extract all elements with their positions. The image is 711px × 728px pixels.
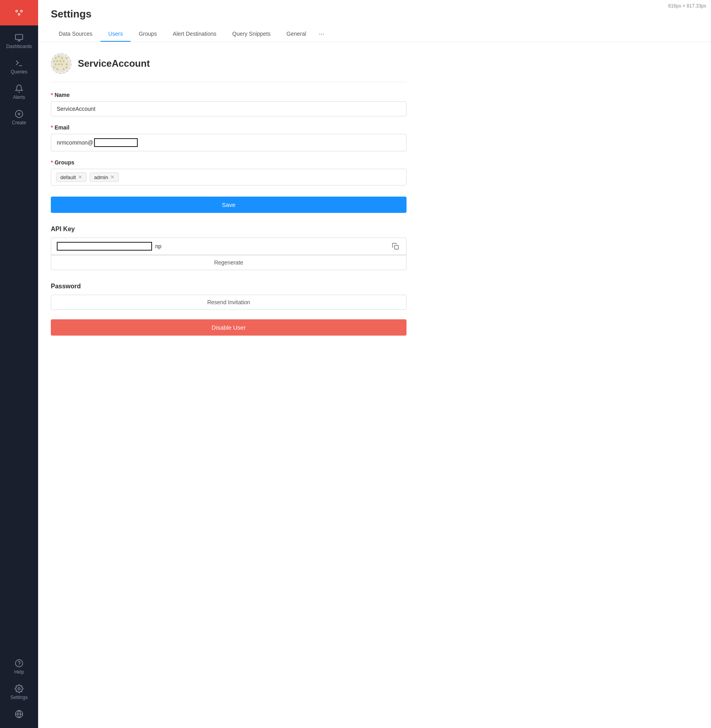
email-required-star: * <box>51 124 53 131</box>
name-required-star: * <box>51 92 53 98</box>
tab-alert-destinations[interactable]: Alert Destinations <box>165 27 224 42</box>
copy-icon <box>392 243 399 250</box>
groups-label: * Groups <box>51 159 407 166</box>
disable-user-button[interactable]: Disable User <box>51 319 407 336</box>
content-area: ServiceAccount * Name * Email nrmcommon@ <box>38 42 419 347</box>
svg-rect-7 <box>15 35 23 40</box>
avatar-pattern <box>52 55 70 72</box>
email-redact-box <box>94 138 138 147</box>
avatar <box>51 53 71 74</box>
svg-point-14 <box>15 660 23 667</box>
sidebar-item-alerts[interactable]: Alerts <box>0 79 38 105</box>
groups-required-star: * <box>51 159 53 166</box>
api-key-container: np <box>51 238 407 255</box>
user-name: ServiceAccount <box>78 58 150 69</box>
name-input[interactable] <box>51 101 407 116</box>
svg-point-31 <box>63 68 65 70</box>
svg-point-27 <box>61 64 63 66</box>
sidebar-item-settings[interactable]: Settings <box>0 680 38 705</box>
globe-icon <box>15 710 23 718</box>
page-header: Settings Data Sources Users Groups Alert… <box>38 0 711 42</box>
svg-point-23 <box>60 60 62 62</box>
svg-point-24 <box>63 60 65 62</box>
svg-point-29 <box>66 64 68 66</box>
svg-point-33 <box>66 67 68 69</box>
svg-point-22 <box>56 60 58 62</box>
name-form-group: * Name <box>51 92 407 116</box>
password-title: Password <box>51 283 407 290</box>
regenerate-button[interactable]: Regenerate <box>51 255 407 270</box>
sidebar-item-help[interactable]: Help <box>0 654 38 680</box>
sidebar-item-help-label: Help <box>14 669 24 675</box>
email-field-container[interactable]: nrmcommon@ <box>51 134 407 151</box>
redash-logo-icon <box>12 6 26 20</box>
svg-point-25 <box>55 64 57 66</box>
name-label: * Name <box>51 92 407 98</box>
api-key-redact-box <box>57 242 152 251</box>
terminal-icon <box>15 59 23 68</box>
tab-users[interactable]: Users <box>100 27 131 42</box>
sidebar-item-settings-label: Settings <box>10 695 27 700</box>
svg-point-28 <box>66 57 68 59</box>
api-key-title: API Key <box>51 226 407 233</box>
svg-rect-0 <box>12 6 26 20</box>
bell-icon <box>15 84 23 93</box>
tabs: Data Sources Users Groups Alert Destinat… <box>51 27 698 42</box>
svg-point-26 <box>58 64 60 66</box>
save-button[interactable]: Save <box>51 197 407 213</box>
sidebar-item-alerts-label: Alerts <box>13 95 25 100</box>
sidebar-bottom: Help Settings <box>0 654 38 728</box>
email-label: * Email <box>51 124 407 131</box>
sidebar-item-queries[interactable]: Queries <box>0 54 38 79</box>
group-tag-admin: admin ✕ <box>90 172 119 182</box>
tab-data-sources[interactable]: Data Sources <box>51 27 100 42</box>
groups-container[interactable]: default ✕ admin ✕ <box>51 169 407 185</box>
sidebar-item-create-label: Create <box>12 120 26 126</box>
svg-point-6 <box>19 14 20 15</box>
monitor-icon <box>15 33 23 42</box>
svg-point-5 <box>21 11 22 12</box>
svg-rect-34 <box>395 245 399 249</box>
plus-circle-icon <box>15 110 23 118</box>
svg-point-16 <box>18 687 20 690</box>
api-key-section: API Key np Regenerate <box>51 226 407 270</box>
gear-icon <box>15 684 23 693</box>
tab-query-snippets[interactable]: Query Snippets <box>224 27 279 42</box>
dimension-badge: 816px × 817.33px <box>668 3 706 9</box>
svg-point-19 <box>58 56 60 58</box>
groups-form-group: * Groups default ✕ admin ✕ <box>51 159 407 185</box>
page-title: Settings <box>51 8 698 20</box>
api-key-suffix: np <box>155 243 162 249</box>
svg-point-21 <box>53 60 55 62</box>
svg-point-20 <box>61 57 63 59</box>
tab-general[interactable]: General <box>279 27 314 42</box>
sidebar-item-dashboards[interactable]: Dashboards <box>0 29 38 54</box>
group-tag-default-remove[interactable]: ✕ <box>78 175 82 180</box>
sidebar-item-dashboards-label: Dashboards <box>6 44 32 49</box>
sidebar-logo[interactable] <box>0 0 38 25</box>
sidebar: Dashboards Queries Alerts Create <box>0 0 38 728</box>
svg-point-18 <box>55 57 57 59</box>
sidebar-item-community[interactable] <box>0 705 38 723</box>
main-content: 816px × 817.33px Settings Data Sources U… <box>38 0 711 728</box>
email-form-group: * Email nrmcommon@ <box>51 124 407 151</box>
svg-point-30 <box>56 68 58 70</box>
resend-invitation-button[interactable]: Resend Invitation <box>51 295 407 310</box>
user-header: ServiceAccount <box>51 53 407 82</box>
help-circle-icon <box>15 659 23 668</box>
svg-point-4 <box>16 11 17 12</box>
sidebar-item-create[interactable]: Create <box>0 105 38 130</box>
tab-more[interactable]: ··· <box>314 27 329 42</box>
svg-point-32 <box>53 67 55 69</box>
group-tag-admin-remove[interactable]: ✕ <box>110 175 114 180</box>
tab-groups[interactable]: Groups <box>131 27 165 42</box>
sidebar-item-queries-label: Queries <box>11 69 27 75</box>
password-section: Password Resend Invitation <box>51 283 407 310</box>
group-tag-default: default ✕ <box>56 172 87 182</box>
email-prefix: nrmcommon@ <box>57 139 93 146</box>
copy-api-key-button[interactable] <box>390 242 401 251</box>
